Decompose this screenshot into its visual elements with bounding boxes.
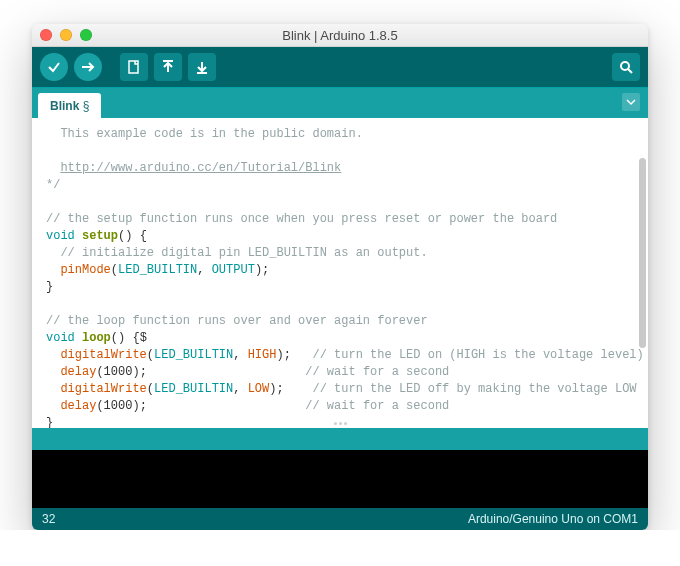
tab-menu-button[interactable] [622, 93, 640, 111]
board-port-label: Arduino/Genuino Uno on COM1 [468, 512, 638, 526]
console-output[interactable] [32, 450, 648, 508]
window-controls [40, 29, 92, 41]
save-sketch-button[interactable] [188, 53, 216, 81]
toolbar [32, 47, 648, 88]
svg-point-6 [621, 62, 629, 70]
code-editor[interactable]: This example code is in the public domai… [32, 118, 648, 428]
zoom-window-button[interactable] [80, 29, 92, 41]
verify-button[interactable] [40, 53, 68, 81]
open-sketch-button[interactable] [154, 53, 182, 81]
window-titlebar: Blink | Arduino 1.8.5 [32, 24, 648, 47]
line-number: 32 [42, 512, 55, 526]
minimize-window-button[interactable] [60, 29, 72, 41]
new-sketch-button[interactable] [120, 53, 148, 81]
svg-line-7 [628, 69, 632, 73]
message-bar [32, 428, 648, 450]
status-footer: 32 Arduino/Genuino Uno on COM1 [32, 508, 648, 530]
tab-bar: Blink § [32, 88, 648, 118]
resize-handle-icon [333, 416, 347, 428]
upload-button[interactable] [74, 53, 102, 81]
tab-label: Blink [50, 99, 79, 113]
svg-rect-1 [129, 61, 138, 73]
editor-scrollbar-thumb[interactable] [639, 158, 646, 348]
close-window-button[interactable] [40, 29, 52, 41]
tab-blink[interactable]: Blink § [38, 93, 101, 118]
window-title: Blink | Arduino 1.8.5 [32, 28, 648, 43]
arduino-ide-window: Blink | Arduino 1.8.5 Blink § [32, 24, 648, 530]
serial-monitor-button[interactable] [612, 53, 640, 81]
tab-modified-indicator: § [83, 99, 90, 113]
